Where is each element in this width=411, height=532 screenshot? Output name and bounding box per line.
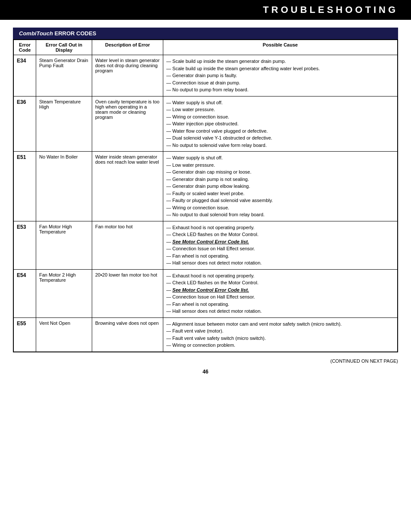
table-row: E36Steam Temperature HighOven cavity tem…: [14, 96, 398, 152]
cell-error-code: E51: [14, 152, 36, 221]
cell-causes: — Exhaust hood is not operating properly…: [163, 221, 398, 269]
error-code-value: E53: [17, 224, 26, 230]
cause-item: — Check LED flashes on the Motor Control…: [166, 279, 394, 286]
error-code-value: E54: [17, 272, 26, 278]
footer-page-number: 46: [0, 365, 411, 380]
table-row: E53Fan Motor High TemperatureFan motor t…: [14, 221, 398, 269]
cell-causes: — Water supply is shut off.— Low water p…: [163, 152, 398, 221]
page-number: 46: [202, 369, 208, 375]
cause-item: — Fault vent valve safety switch (micro …: [166, 335, 394, 342]
col-header-code: ErrorCode: [14, 40, 36, 55]
cause-item: — Wiring or connection problem.: [166, 342, 394, 349]
cell-description: Fan motor too hot: [92, 221, 163, 269]
cause-item: — Generator drain pump elbow leaking.: [166, 183, 394, 190]
cause-item: — No output to pump from relay board.: [166, 86, 394, 93]
cause-item: — Water injection pipe obstructed.: [166, 120, 394, 128]
cause-item: — Connection issue at drain pump.: [166, 79, 394, 87]
cause-item: — Water supply is shut off.: [166, 154, 394, 162]
cause-item: — Check LED flashes on the Motor Control…: [166, 231, 394, 238]
cause-item: — Alignment issue between motor cam and …: [166, 320, 394, 328]
cause-item: — Generator drain pump is faulty.: [166, 72, 394, 79]
cause-item: — Exhaust hood is not operating properly…: [166, 272, 394, 280]
cell-description: Browning valve does not open: [92, 317, 163, 352]
cause-item: — Scale build up inside the steam genera…: [166, 65, 394, 72]
cell-description: Water inside steam generator does not re…: [92, 152, 163, 221]
error-code-value: E51: [17, 154, 26, 160]
cell-description: 20•20 lower fan motor too hot: [92, 269, 163, 317]
cause-item: — No output to dual solenoid from relay …: [166, 211, 394, 218]
cell-error-code: E54: [14, 269, 36, 317]
cause-item: — Exhaust hood is not operating properly…: [166, 224, 394, 231]
error-codes-table: ErrorCode Error Call Out in Display Desc…: [13, 40, 398, 352]
cell-causes: — Water supply is shut off.— Low water p…: [163, 96, 398, 152]
section-title-bar: CombiTouch ERROR CODES: [13, 28, 398, 39]
cause-item: — Hall sensor does not detect motor rota…: [166, 308, 394, 315]
error-code-value: E55: [17, 320, 26, 327]
col-header-callout: Error Call Out in Display: [36, 40, 92, 55]
footer-continued: (CONTINUED ON NEXT PAGE): [0, 352, 411, 365]
col-header-cause: Possible Cause: [163, 40, 398, 55]
cause-item: — Connection Issue on Hall Effect sensor…: [166, 245, 394, 252]
cause-item: — Fault vent valve (motor).: [166, 327, 394, 335]
cell-error-code: E36: [14, 96, 36, 152]
cause-item: — See Motor Control Error Code list.: [166, 286, 394, 294]
cause-item: — See Motor Control Error Code list.: [166, 238, 394, 246]
cause-item: — Low water pressure.: [166, 162, 394, 169]
cause-item: — No output to solenoid valve form relay…: [166, 142, 394, 149]
page-title: TROUBLESHOOTING: [263, 4, 398, 15]
cell-error-code: E55: [14, 317, 36, 352]
cause-item: — Dual solenoid valve Y-1 obstructed or …: [166, 134, 394, 142]
table-row: E34Steam Generator Drain Pump FaultWater…: [14, 55, 398, 96]
cause-item: — Connection Issue on Hall Effect sensor…: [166, 293, 394, 301]
section-brand: CombiTouch: [19, 30, 53, 37]
cell-description: Oven cavity temperature is too high when…: [92, 96, 163, 152]
cause-item: — Wiring or connection issue.: [166, 113, 394, 121]
section-rest: ERROR CODES: [53, 30, 96, 37]
cell-callout: Vent Not Open: [36, 317, 92, 352]
cell-callout: No Water In Boiler: [36, 152, 92, 221]
cause-item: — Scale build up inside the steam genera…: [166, 58, 394, 65]
error-codes-table-wrapper: ErrorCode Error Call Out in Display Desc…: [13, 39, 398, 352]
cause-item: — Water flow control valve plugged or de…: [166, 128, 394, 135]
cell-description: Water level in steam generator does not …: [92, 55, 163, 96]
page-container: TROUBLESHOOTING CombiTouch ERROR CODES E…: [0, 0, 411, 532]
error-code-value: E36: [17, 99, 26, 105]
cause-item: — Water supply is shut off.: [166, 99, 394, 106]
col-header-desc: Description of Error: [92, 40, 163, 55]
table-row: E54Fan Motor 2 High Temperature20•20 low…: [14, 269, 398, 317]
cell-callout: Steam Generator Drain Pump Fault: [36, 55, 92, 96]
cell-causes: — Scale build up inside the steam genera…: [163, 55, 398, 96]
cause-item: — Fan wheel is not operating.: [166, 301, 394, 308]
cell-error-code: E53: [14, 221, 36, 269]
cell-causes: — Alignment issue between motor cam and …: [163, 317, 398, 352]
cause-item: — Low water pressure.: [166, 106, 394, 113]
cell-callout: Fan Motor 2 High Temperature: [36, 269, 92, 317]
continued-text: (CONTINUED ON NEXT PAGE): [330, 358, 398, 364]
cause-item: — Faulty or plugged dual solenoid valve …: [166, 197, 394, 204]
page-header: TROUBLESHOOTING: [0, 0, 411, 20]
cause-item: — Generator drain pump is not sealing.: [166, 176, 394, 183]
cause-item: — Faulty or scaled water level probe.: [166, 190, 394, 197]
cell-callout: Steam Temperature High: [36, 96, 92, 152]
cell-causes: — Exhaust hood is not operating properly…: [163, 269, 398, 317]
cell-callout: Fan Motor High Temperature: [36, 221, 92, 269]
cell-error-code: E34: [14, 55, 36, 96]
table-row: E51No Water In BoilerWater inside steam …: [14, 152, 398, 221]
table-row: E55Vent Not OpenBrowning valve does not …: [14, 317, 398, 352]
error-code-value: E34: [17, 58, 26, 64]
cause-bold-item: See Motor Control Error Code list.: [172, 287, 249, 292]
cause-item: — Wiring or connection issue.: [166, 204, 394, 212]
cause-bold-item: See Motor Control Error Code list.: [172, 239, 249, 244]
cause-item: — Hall sensor does not detect motor rota…: [166, 259, 394, 267]
cause-item: — Generator drain cap missing or loose.: [166, 168, 394, 176]
cause-item: — Fan wheel is not operating.: [166, 252, 394, 260]
